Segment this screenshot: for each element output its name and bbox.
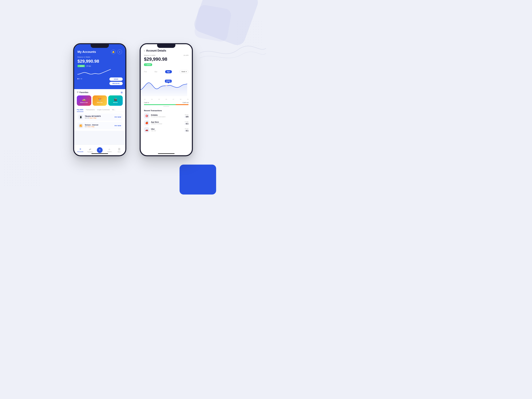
send-receive-buttons: SEND RECEIVE (109, 77, 123, 85)
appstore-arrow-icon: ↓ (184, 123, 185, 125)
phone2-date: 29 APR (183, 55, 189, 56)
phone1-title: My Accounts (77, 50, 96, 54)
uber-amount: ↓ $11 (184, 130, 189, 132)
bills-tabs-row: Pay Bills Transactions Crypto Currencies… (74, 107, 125, 112)
movies-icon: 🎬 (114, 98, 117, 101)
uber-arrow-icon: ↓ (184, 130, 185, 132)
phone-my-accounts: My Accounts 🔔 + Balance in Wallet $29,99… (73, 43, 126, 156)
phone1-header-icons: 🔔 + (111, 50, 122, 54)
chart-dot-2 (79, 78, 80, 79)
dine-label: Dine Out (97, 102, 102, 103)
chart-dot-1 (77, 78, 78, 79)
nav-transfers[interactable]: ⇄ Transfers (85, 148, 95, 153)
cash-out-bar (176, 104, 189, 105)
tmobile-pay-btn[interactable]: PAY NOW (114, 116, 121, 118)
fav-card-movies[interactable]: 🎬 Movies (108, 95, 123, 106)
cash-flow-bar (144, 104, 189, 105)
appstore-tx-right: 27 Apr ↓ $11 (184, 121, 189, 125)
heart-icon: ♡ (77, 91, 79, 94)
cash-flow-section: Cash in Cash out (141, 100, 192, 108)
phone2-badge: + $4560 (144, 63, 152, 66)
x-label-23: 23 (144, 99, 146, 100)
bg-wave (200, 33, 266, 63)
receive-button[interactable]: RECEIVE (109, 82, 123, 85)
tab-more[interactable]: Mu... (112, 108, 115, 112)
uber-info: Uber Cab ride (151, 128, 183, 132)
uber-tx-right: 26 Apr ↓ $11 (184, 128, 189, 132)
phone1-badge-row: + $4560 29 Apr (77, 65, 122, 67)
grid-icon[interactable]: ⊞ (121, 91, 123, 94)
tab-feb[interactable]: Feb (144, 71, 147, 73)
dine-icon: ✂️ (98, 98, 101, 101)
week-label: Week (181, 71, 185, 72)
phone2-notch (157, 44, 175, 48)
dribbble-sub: Pro account subscription (151, 116, 183, 118)
uber-sub: Cab ride (151, 130, 183, 132)
phone1-home-bar (91, 153, 108, 154)
phone2-page-title: Account Details (146, 49, 166, 52)
nav-accounts[interactable]: ≡ Accounts (76, 148, 85, 152)
balance-date-row: Balance in Wallet 29 APR (144, 55, 189, 57)
tab-apr[interactable]: Apr (165, 70, 172, 73)
cash-in-label: Cash in (144, 102, 149, 103)
phone2-header: ‹ Account Details Balance in Wallet 29 A… (141, 44, 192, 70)
x-label-29: 29 (187, 99, 189, 100)
verizon-details: $32 Due 2 May (85, 126, 113, 127)
cash-flow-header: Cash in Cash out (144, 102, 189, 103)
nav-more[interactable]: ☰ More (114, 148, 124, 153)
chart-x-labels: 23 24 25 26 27 28 29 (141, 98, 192, 100)
week-selector[interactable]: Week ▾ (180, 70, 189, 73)
tab-mar[interactable]: Mar (154, 71, 157, 73)
phone1-header: My Accounts 🔔 + Balance in Wallet $29,99… (74, 44, 125, 89)
appstore-info: App Store Software Purchase (151, 121, 183, 125)
nav-search[interactable]: ⌕ Search (105, 148, 114, 152)
tab-pay-bills[interactable]: Pay Bills (77, 108, 83, 112)
more-label: More (118, 151, 121, 153)
add-icon[interactable]: + (117, 50, 122, 54)
transfers-icon: ⇄ (89, 148, 91, 151)
tmobile-icon: 📱 (78, 115, 83, 119)
tmobile-name: TMobile 9871628976 (85, 115, 113, 117)
movies-label: Movies (113, 102, 118, 103)
add-button[interactable]: + (96, 147, 103, 153)
dribbble-icon: 🎯 (144, 113, 149, 119)
appstore-name: App Store (151, 121, 183, 123)
verizon-pay-btn[interactable]: PAY NOW (114, 125, 121, 127)
bg-blue-rectangle (180, 165, 216, 195)
dribbble-info: Dribbble Pro account subscription (151, 114, 183, 118)
verizon-due: Due 2 May (88, 126, 95, 127)
bill-item-verizon: 📶 Verizon - Internet $32 Due 2 May PAY N… (77, 122, 123, 129)
phone2-home-bar (158, 153, 175, 154)
appstore-date: 27 Apr (184, 121, 189, 122)
scroll-indicator (144, 106, 189, 107)
cab-label: Book a Cab (80, 102, 88, 103)
tab-transactions[interactable]: Transactions (86, 108, 95, 112)
fav-card-cab[interactable]: 🚕 Book a Cab (77, 95, 91, 106)
tx-item-appstore: 🍎 App Store Software Purchase 27 Apr ↓ $… (144, 120, 189, 126)
phone1-balance-amount: $29,990.98 (77, 59, 122, 64)
appstore-amount: ↓ $11 (184, 123, 189, 125)
nav-add[interactable]: + (95, 147, 105, 153)
favorites-header: ♡ Favorites ⊞ (77, 91, 123, 94)
chevron-down-icon: ▾ (186, 71, 187, 72)
accounts-label: Accounts (77, 151, 83, 152)
uber-date: 26 Apr (184, 128, 189, 129)
accounts-icon: ≡ (80, 148, 81, 151)
chart-dot-3 (81, 78, 82, 79)
phone2-balance-label: Balance in Wallet (144, 55, 155, 56)
tab-crypto[interactable]: Crypto Currencies (97, 108, 110, 112)
x-label-27: 27 (173, 99, 174, 100)
notification-icon[interactable]: 🔔 (111, 50, 116, 54)
phones-container: My Accounts 🔔 + Balance in Wallet $29,99… (73, 43, 193, 156)
back-arrow-icon[interactable]: ‹ (144, 49, 145, 52)
dribbble-tx-right: 28 Apr ↓ $36 (184, 114, 189, 118)
fav-card-dine[interactable]: ✂️ Dine Out (93, 95, 107, 106)
send-button[interactable]: SEND (109, 77, 123, 81)
chart-tooltip: $3800 (165, 80, 172, 83)
chart-tooltip-dot (166, 85, 167, 86)
bg-dots-left (3, 150, 40, 186)
phone1-notch (91, 44, 109, 48)
x-label-25: 25 (158, 99, 160, 100)
transfers-label: Transfers (87, 151, 93, 153)
scroll-bar (163, 106, 169, 107)
